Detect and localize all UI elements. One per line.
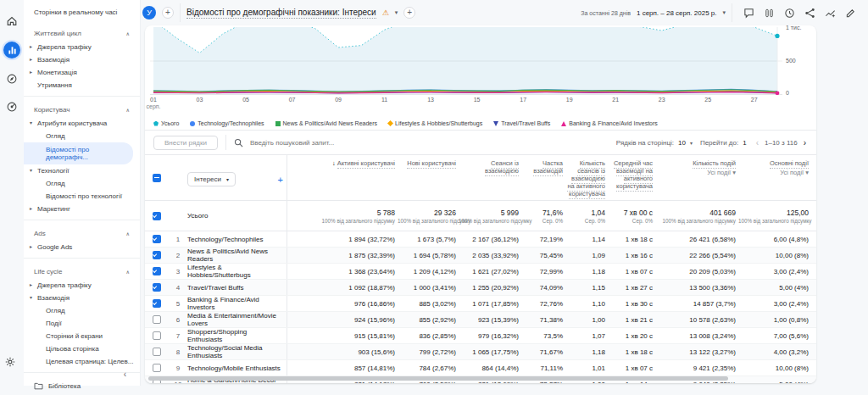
dimension-selector[interactable]: Інтереси▾	[187, 172, 236, 186]
table-row[interactable]: 6Media & Entertainment/Movie Lovers924 (…	[145, 312, 816, 328]
avatar[interactable]: У	[142, 6, 156, 19]
rows-per-page-value[interactable]: 10	[678, 139, 686, 147]
table-row[interactable]: 1Technology/Technophiles1 894 (32,72%)1 …	[145, 231, 816, 248]
import-rows-button[interactable]: Внести рядки	[153, 136, 218, 150]
legend-item[interactable]: Lifestyles & Hobbies/Shutterbugs	[388, 120, 482, 126]
row-checkbox[interactable]	[153, 267, 161, 275]
sidebar-collapse-icon[interactable]: ‹	[124, 370, 126, 379]
table-row[interactable]: 5Banking & Finance/Avid Investors976 (16…	[145, 296, 816, 312]
explore-icon[interactable]	[4, 71, 19, 86]
admin-gear-icon[interactable]	[4, 356, 16, 371]
horizontal-scrollbar[interactable]	[148, 376, 728, 381]
reports-icon[interactable]	[3, 42, 20, 58]
column-event-filter[interactable]: Усі події ▾	[738, 169, 809, 176]
collapse-caret-icon[interactable]: ∧	[126, 31, 130, 36]
legend-item[interactable]: Technology/Technophiles	[190, 120, 264, 126]
column-header-cell[interactable]: Нові користувачі	[398, 155, 459, 200]
edit-pencil-icon[interactable]	[845, 8, 856, 19]
sidebar-item-realtime-pages[interactable]: Сторінки в реальному часі	[24, 5, 140, 25]
sidebar-subitem[interactable]: Події	[24, 317, 140, 330]
expand-arrow-icon[interactable]: ▾	[28, 294, 34, 302]
sidebar-subitem[interactable]: Огляд	[24, 130, 140, 142]
sidebar-item[interactable]: Утримання	[24, 79, 140, 92]
sidebar-subitem[interactable]: Цільова сторінка	[24, 342, 140, 355]
add-comparison-button[interactable]: +	[162, 7, 174, 19]
comparison-icon[interactable]	[764, 8, 775, 19]
column-header-label[interactable]: Кількість подій	[693, 159, 736, 169]
column-header-cell[interactable]: Основні подіїУсі події ▾	[738, 155, 811, 200]
row-checkbox[interactable]	[153, 299, 161, 308]
select-all-checkbox[interactable]	[153, 174, 161, 182]
column-header-cell[interactable]: Кількість сеансів із взаємодією на актив…	[565, 155, 608, 200]
legend-item[interactable]: Усього	[153, 120, 179, 126]
share-icon[interactable]	[804, 8, 815, 19]
note-icon[interactable]	[743, 8, 754, 19]
column-header-cell[interactable]: Кількість подійУсі події ▾	[655, 155, 738, 200]
totals-checkbox[interactable]	[153, 212, 161, 220]
title-caret-icon[interactable]: ▾	[395, 9, 398, 16]
expand-arrow-icon[interactable]: ▸	[28, 43, 34, 51]
collapse-caret-icon[interactable]: ∧	[126, 107, 130, 113]
sidebar-item-library[interactable]: Бібліотека	[24, 377, 140, 395]
page-title[interactable]: Відомості про демографічні показники: Ін…	[186, 8, 376, 19]
expand-arrow-icon[interactable]: ▸	[28, 205, 34, 213]
sidebar-item[interactable]: ▸Google Ads	[24, 241, 140, 253]
collapse-caret-icon[interactable]: ∧	[126, 231, 130, 236]
table-row[interactable]: 3Lifestyles & Hobbies/Shutterbugs1 368 (…	[145, 264, 816, 280]
column-header-label[interactable]: Основні події	[770, 159, 809, 169]
legend-item[interactable]: Travel/Travel Buffs	[493, 120, 550, 126]
table-row[interactable]: 4Travel/Travel Buffs1 092 (18,87%)1 000 …	[145, 280, 816, 296]
sidebar-item[interactable]: ▸Джерела трафіку	[24, 41, 140, 53]
expand-arrow-icon[interactable]: ▸	[28, 281, 34, 289]
column-header-label[interactable]: Середній час взаємодії на активного кори…	[614, 159, 653, 192]
sort-desc-icon[interactable]: ↓	[332, 159, 337, 167]
advertising-icon[interactable]	[4, 99, 19, 114]
row-checkbox[interactable]	[153, 315, 161, 324]
table-row[interactable]: 8Technology/Social Media Enthusiasts903 …	[145, 344, 816, 360]
add-column-button[interactable]: +	[278, 175, 283, 185]
chart-plot[interactable]	[150, 27, 782, 95]
row-checkbox[interactable]	[153, 235, 161, 243]
column-header-cell[interactable]: Сеанси із взаємодією	[459, 155, 521, 200]
sidebar-item[interactable]: ▾Взаємодія	[24, 292, 140, 304]
home-icon[interactable]	[4, 14, 19, 29]
collapse-caret-icon[interactable]: ∧	[126, 269, 130, 275]
goto-value[interactable]: 1	[743, 139, 746, 147]
column-header-label[interactable]: Кількість сеансів із взаємодією на актив…	[567, 159, 605, 199]
sidebar-item[interactable]: ▸Джерела трафіку	[24, 279, 140, 292]
column-header-label[interactable]: Частка взаємодій	[533, 159, 563, 176]
clock-icon[interactable]	[784, 8, 795, 19]
expand-arrow-icon[interactable]: ▾	[28, 167, 34, 175]
search-input[interactable]	[248, 138, 384, 147]
insights-icon[interactable]	[825, 8, 836, 19]
table-row[interactable]: 9Technology/Mobile Enthusiasts857 (14,81…	[145, 360, 816, 376]
sidebar-item[interactable]: ▸Взаємодія	[24, 53, 140, 66]
column-event-filter[interactable]: Усі події ▾	[655, 169, 736, 176]
column-header-cell[interactable]: Середній час взаємодії на активного кори…	[608, 155, 655, 200]
row-checkbox[interactable]	[153, 331, 161, 340]
legend-item[interactable]: Banking & Finance/Avid Investors	[561, 120, 658, 126]
warning-icon[interactable]: ⚠	[382, 8, 389, 17]
date-caret-icon[interactable]: ▾	[722, 9, 726, 16]
rows-per-page-caret-icon[interactable]: ▾	[690, 140, 693, 146]
table-row[interactable]: 2News & Politics/Avid News Readers1 875 …	[145, 248, 816, 264]
legend-item[interactable]: News & Politics/Avid News Readers	[275, 120, 378, 126]
column-header-label[interactable]: Сеанси із взаємодією	[485, 159, 519, 176]
expand-arrow-icon[interactable]: ▸	[28, 243, 34, 251]
sidebar-subitem-selected[interactable]: Відомості про демографіч...	[24, 142, 133, 164]
date-range-value[interactable]: 1 серп. – 28 серп. 2025 р.	[637, 9, 717, 17]
add-report-button[interactable]: +	[403, 7, 415, 19]
sidebar-subitem[interactable]: Сторінки й екрани	[24, 330, 140, 342]
column-header-cell[interactable]: ↓ Активні користувачі	[287, 155, 398, 200]
row-checkbox[interactable]	[153, 348, 161, 356]
sidebar-subitem[interactable]: Огляд	[24, 304, 140, 317]
row-checkbox[interactable]	[153, 251, 161, 259]
column-header-label[interactable]: Активні користувачі	[337, 159, 395, 169]
column-header-label[interactable]: Нові користувачі	[407, 159, 456, 169]
expand-arrow-icon[interactable]: ▸	[28, 69, 34, 76]
sidebar-item[interactable]: ▾Атрибути користувача	[24, 117, 140, 130]
row-checkbox[interactable]	[153, 364, 161, 372]
row-checkbox[interactable]	[153, 283, 161, 292]
expand-arrow-icon[interactable]: ▾	[28, 120, 34, 127]
expand-arrow-icon[interactable]: ▸	[28, 56, 34, 64]
